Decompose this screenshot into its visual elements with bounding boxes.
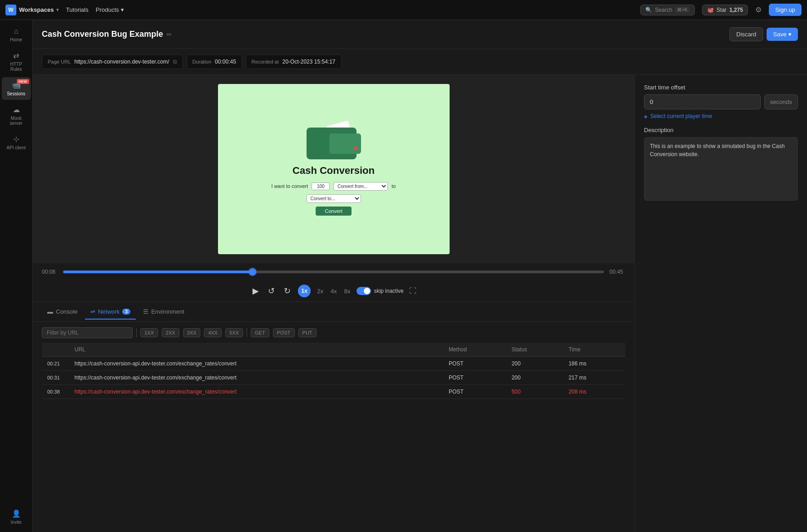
forward-button[interactable]: ↻ [282, 284, 292, 298]
fullscreen-button[interactable]: ⛶ [409, 287, 416, 295]
start-time-section: Start time offset seconds ◈ Select curre… [644, 84, 798, 119]
star-button[interactable]: 🐙 Star 1,275 [702, 5, 748, 15]
edit-icon[interactable]: ✏ [167, 31, 172, 38]
save-button[interactable]: Save ▾ [767, 28, 798, 41]
cc-text: I want to convert [272, 183, 308, 189]
row-time: 00:21 [42, 357, 69, 371]
gear-icon[interactable]: ⚙ [755, 5, 762, 14]
api-client-icon: ⊹ [13, 135, 19, 143]
tab-console[interactable]: ▬ Console [42, 305, 83, 320]
copy-icon[interactable]: ⧉ [173, 59, 177, 65]
sidebar-api-label: API client [6, 145, 25, 150]
http-rules-icon: ⇄ [13, 51, 19, 60]
products-chevron-icon: ▾ [121, 6, 124, 13]
rewind-button[interactable]: ↺ [266, 284, 277, 298]
sidebar-home-label: Home [10, 37, 22, 42]
cc-to-text: to [391, 183, 396, 189]
content-area: Cash Conversion I want to convert Conver… [33, 75, 807, 532]
search-label: Search [655, 7, 672, 13]
workspace-chevron-icon: ▾ [56, 7, 59, 12]
filter-3xx[interactable]: 3XX [183, 328, 201, 337]
save-chevron-icon: ▾ [788, 31, 792, 38]
page-url-value: https://cash-conversion.dev-tester.com/ [74, 59, 169, 65]
skip-inactive-toggle[interactable] [356, 287, 371, 295]
time-start: 00:08 [42, 269, 58, 275]
sidebar-item-home[interactable]: ⌂ Home [2, 24, 31, 46]
progress-thumb[interactable] [249, 268, 256, 276]
url-filter-input[interactable] [42, 327, 133, 338]
speed-2x-button[interactable]: 2x [316, 288, 324, 295]
sidebar-item-http-rules[interactable]: ⇄ HTTP Rules [2, 48, 31, 75]
search-shortcut: ⌘+K [675, 7, 690, 13]
cc-to-select[interactable]: Convert to... [307, 194, 361, 203]
workspace-selector[interactable]: W Workspaces ▾ [5, 5, 59, 15]
right-panel: Start time offset seconds ◈ Select curre… [634, 75, 807, 532]
bottom-tabs: ▬ Console ⇌ Network 3 ☰ Environment [33, 301, 634, 404]
tab-environment[interactable]: ☰ Environment [138, 305, 190, 320]
cc-from-select[interactable]: Convert from... [333, 182, 388, 191]
duration-label: Duration [193, 59, 212, 64]
tab-network[interactable]: ⇌ Network 3 [85, 305, 136, 320]
select-time-link[interactable]: ◈ Select current player time [644, 113, 798, 119]
nav-tutorials[interactable]: Tutorials [66, 6, 88, 13]
toggle-thumb [364, 288, 370, 294]
table-row[interactable]: 00:21 https://cash-conversion-api.dev-te… [42, 357, 625, 371]
row-time: 00:31 [42, 371, 69, 385]
cc-row-2: Convert to... [307, 194, 361, 203]
sidebar-mock-label: Mock server [5, 116, 28, 126]
speed-4x-button[interactable]: 4x [330, 288, 338, 295]
table-row[interactable]: 00:31 https://cash-conversion-api.dev-te… [42, 371, 625, 385]
filter-put[interactable]: PUT [298, 328, 317, 337]
search-bar[interactable]: 🔍 Search ⌘+K [640, 5, 695, 15]
time-offset-input[interactable] [644, 94, 761, 109]
wallet-illustration [307, 123, 361, 159]
cc-row-1: I want to convert Convert from... to [272, 182, 396, 191]
sidebar-item-api-client[interactable]: ⊹ API client [2, 131, 31, 154]
progress-fill [63, 271, 252, 273]
workspace-logo: W [5, 5, 16, 15]
page-header: Cash Conversion Bug Example ✏ Discard Sa… [33, 20, 807, 49]
console-label: Console [56, 308, 78, 315]
skip-inactive-control: skip inactive [356, 287, 403, 295]
col-duration: Time [563, 343, 625, 357]
network-icon: ⇌ [90, 308, 95, 315]
progress-bar[interactable] [63, 271, 604, 273]
sidebar-sessions-wrap: 📹 Sessions NEW [2, 77, 31, 100]
nav-products[interactable]: Products ▾ [96, 6, 124, 13]
table-row[interactable]: 00:38 https://cash-conversion-api.dev-te… [42, 385, 625, 399]
row-time: 00:38 [42, 385, 69, 399]
discard-button[interactable]: Discard [729, 27, 763, 41]
filter-get[interactable]: GET [251, 328, 269, 337]
sidebar-item-mock-server[interactable]: ☁ Mock server [2, 102, 31, 129]
filter-2xx[interactable]: 2XX [162, 328, 179, 337]
signup-button[interactable]: Sign up [769, 4, 802, 16]
filter-post[interactable]: POST [273, 328, 295, 337]
play-button[interactable]: ▶ [251, 284, 261, 298]
time-end: 00:45 [609, 269, 625, 275]
row-method: POST [443, 385, 506, 399]
description-section: Description [644, 127, 798, 202]
col-method: Method [443, 343, 506, 357]
sidebar-item-invite[interactable]: 👤 Invite [8, 506, 25, 528]
invite-icon: 👤 [12, 509, 21, 518]
sidebar-http-label: HTTP Rules [5, 62, 28, 72]
row-duration: 208 ms [563, 385, 625, 399]
network-table: URL Method Status Time 00:21 https://cas… [42, 343, 625, 399]
environment-icon: ☰ [143, 308, 149, 315]
filter-1xx[interactable]: 1XX [140, 328, 158, 337]
duration-value: 00:00:45 [215, 59, 236, 65]
video-frame: Cash Conversion I want to convert Conver… [218, 84, 450, 254]
cc-amount-input[interactable] [312, 182, 330, 190]
filter-4xx[interactable]: 4XX [204, 328, 222, 337]
description-textarea[interactable] [644, 137, 798, 201]
meta-bar: Page URL https://cash-conversion.dev-tes… [33, 49, 807, 75]
filter-5xx[interactable]: 5XX [225, 328, 243, 337]
table-header: URL Method Status Time [42, 343, 625, 357]
speed-8x-button[interactable]: 8x [343, 288, 352, 295]
start-time-label: Start time offset [644, 84, 798, 91]
row-status: 200 [506, 371, 563, 385]
speed-1x-button[interactable]: 1x [298, 285, 311, 297]
cc-convert-button[interactable]: Convert [316, 207, 352, 216]
row-method: POST [443, 371, 506, 385]
workspace-name: Workspaces [19, 6, 54, 13]
